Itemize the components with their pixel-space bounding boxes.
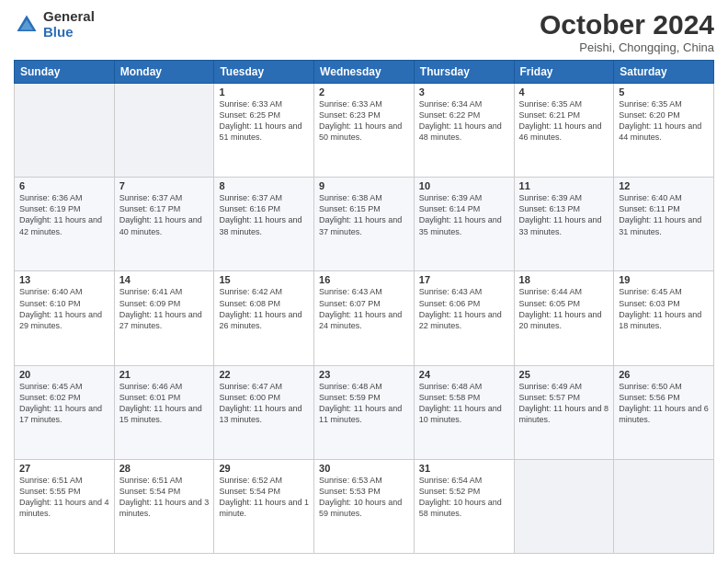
- day-info: Sunrise: 6:48 AMSunset: 5:59 PMDaylight:…: [319, 381, 409, 426]
- day-cell-empty: [514, 459, 614, 553]
- day-cell-25: 25Sunrise: 6:49 AMSunset: 5:57 PMDayligh…: [514, 365, 614, 459]
- day-cell-9: 9Sunrise: 6:38 AMSunset: 6:15 PMDaylight…: [314, 178, 415, 271]
- day-cell-6: 6Sunrise: 6:36 AMSunset: 6:19 PMDaylight…: [15, 178, 115, 271]
- day-info: Sunrise: 6:37 AMSunset: 6:16 PMDaylight:…: [219, 192, 309, 237]
- day-cell-24: 24Sunrise: 6:48 AMSunset: 5:58 PMDayligh…: [414, 365, 514, 459]
- calendar-header-row: SundayMondayTuesdayWednesdayThursdayFrid…: [15, 61, 714, 84]
- day-number: 27: [19, 463, 109, 474]
- day-cell-empty: [114, 84, 214, 178]
- day-cell-27: 27Sunrise: 6:51 AMSunset: 5:55 PMDayligh…: [15, 459, 115, 553]
- week-row-2: 13Sunrise: 6:40 AMSunset: 6:10 PMDayligh…: [15, 271, 714, 365]
- day-number: 6: [19, 180, 109, 191]
- day-cell-empty: [614, 459, 714, 553]
- calendar-table: SundayMondayTuesdayWednesdayThursdayFrid…: [14, 60, 714, 554]
- day-number: 28: [119, 463, 210, 474]
- day-number: 30: [319, 463, 409, 474]
- col-header-thursday: Thursday: [414, 61, 514, 84]
- week-row-3: 20Sunrise: 6:45 AMSunset: 6:02 PMDayligh…: [15, 365, 714, 459]
- day-cell-31: 31Sunrise: 6:54 AMSunset: 5:52 PMDayligh…: [414, 459, 514, 553]
- week-row-4: 27Sunrise: 6:51 AMSunset: 5:55 PMDayligh…: [15, 459, 714, 553]
- day-info: Sunrise: 6:37 AMSunset: 6:17 PMDaylight:…: [119, 192, 210, 237]
- day-info: Sunrise: 6:47 AMSunset: 6:00 PMDaylight:…: [219, 381, 309, 426]
- day-number: 19: [619, 274, 709, 285]
- day-info: Sunrise: 6:50 AMSunset: 5:56 PMDaylight:…: [619, 381, 709, 426]
- day-info: Sunrise: 6:35 AMSunset: 6:21 PMDaylight:…: [519, 98, 609, 144]
- day-number: 16: [319, 274, 409, 285]
- logo-icon: [14, 12, 40, 38]
- day-number: 17: [419, 274, 509, 285]
- day-cell-4: 4Sunrise: 6:35 AMSunset: 6:21 PMDaylight…: [514, 84, 614, 178]
- day-info: Sunrise: 6:45 AMSunset: 6:02 PMDaylight:…: [19, 381, 109, 426]
- day-cell-23: 23Sunrise: 6:48 AMSunset: 5:59 PMDayligh…: [314, 365, 415, 459]
- day-cell-21: 21Sunrise: 6:46 AMSunset: 6:01 PMDayligh…: [114, 365, 214, 459]
- day-info: Sunrise: 6:42 AMSunset: 6:08 PMDaylight:…: [219, 286, 309, 331]
- day-cell-15: 15Sunrise: 6:42 AMSunset: 6:08 PMDayligh…: [214, 271, 314, 365]
- day-info: Sunrise: 6:46 AMSunset: 6:01 PMDaylight:…: [119, 381, 210, 426]
- day-cell-7: 7Sunrise: 6:37 AMSunset: 6:17 PMDaylight…: [114, 178, 214, 271]
- day-info: Sunrise: 6:35 AMSunset: 6:20 PMDaylight:…: [619, 98, 709, 144]
- day-number: 23: [319, 369, 409, 380]
- day-number: 9: [319, 180, 409, 191]
- day-cell-17: 17Sunrise: 6:43 AMSunset: 6:06 PMDayligh…: [414, 271, 514, 365]
- day-number: 10: [419, 180, 509, 191]
- day-info: Sunrise: 6:38 AMSunset: 6:15 PMDaylight:…: [319, 192, 409, 237]
- col-header-monday: Monday: [114, 61, 214, 84]
- day-cell-13: 13Sunrise: 6:40 AMSunset: 6:10 PMDayligh…: [15, 271, 115, 365]
- day-number: 13: [19, 274, 109, 285]
- day-cell-16: 16Sunrise: 6:43 AMSunset: 6:07 PMDayligh…: [314, 271, 415, 365]
- day-info: Sunrise: 6:33 AMSunset: 6:23 PMDaylight:…: [319, 98, 409, 144]
- day-info: Sunrise: 6:43 AMSunset: 6:07 PMDaylight:…: [319, 286, 409, 331]
- day-cell-11: 11Sunrise: 6:39 AMSunset: 6:13 PMDayligh…: [514, 178, 614, 271]
- day-cell-26: 26Sunrise: 6:50 AMSunset: 5:56 PMDayligh…: [614, 365, 714, 459]
- day-info: Sunrise: 6:52 AMSunset: 5:54 PMDaylight:…: [219, 475, 309, 520]
- day-number: 20: [19, 369, 109, 380]
- day-cell-29: 29Sunrise: 6:52 AMSunset: 5:54 PMDayligh…: [214, 459, 314, 553]
- day-number: 11: [519, 180, 609, 191]
- logo-text: General Blue: [43, 9, 95, 40]
- day-number: 25: [519, 369, 609, 380]
- day-cell-10: 10Sunrise: 6:39 AMSunset: 6:14 PMDayligh…: [414, 178, 514, 271]
- header: General Blue October 2024 Peishi, Chongq…: [14, 9, 714, 54]
- logo-general: General: [43, 9, 95, 25]
- day-number: 21: [119, 369, 210, 380]
- day-cell-30: 30Sunrise: 6:53 AMSunset: 5:53 PMDayligh…: [314, 459, 415, 553]
- day-cell-12: 12Sunrise: 6:40 AMSunset: 6:11 PMDayligh…: [614, 178, 714, 271]
- location: Peishi, Chongqing, China: [540, 40, 714, 54]
- day-number: 14: [119, 274, 210, 285]
- day-info: Sunrise: 6:54 AMSunset: 5:52 PMDaylight:…: [419, 475, 509, 520]
- page: General Blue October 2024 Peishi, Chongq…: [0, 0, 728, 563]
- day-number: 29: [219, 463, 309, 474]
- day-number: 26: [619, 369, 709, 380]
- col-header-friday: Friday: [514, 61, 614, 84]
- day-number: 24: [419, 369, 509, 380]
- day-number: 12: [619, 180, 709, 191]
- col-header-saturday: Saturday: [614, 61, 714, 84]
- day-info: Sunrise: 6:49 AMSunset: 5:57 PMDaylight:…: [519, 381, 609, 426]
- day-number: 31: [419, 463, 509, 474]
- day-cell-1: 1Sunrise: 6:33 AMSunset: 6:25 PMDaylight…: [214, 84, 314, 178]
- day-number: 22: [219, 369, 309, 380]
- day-cell-5: 5Sunrise: 6:35 AMSunset: 6:20 PMDaylight…: [614, 84, 714, 178]
- day-info: Sunrise: 6:53 AMSunset: 5:53 PMDaylight:…: [319, 475, 409, 520]
- day-info: Sunrise: 6:51 AMSunset: 5:55 PMDaylight:…: [19, 475, 109, 520]
- day-cell-22: 22Sunrise: 6:47 AMSunset: 6:00 PMDayligh…: [214, 365, 314, 459]
- day-cell-2: 2Sunrise: 6:33 AMSunset: 6:23 PMDaylight…: [314, 84, 415, 178]
- day-cell-18: 18Sunrise: 6:44 AMSunset: 6:05 PMDayligh…: [514, 271, 614, 365]
- day-info: Sunrise: 6:36 AMSunset: 6:19 PMDaylight:…: [19, 192, 109, 237]
- day-info: Sunrise: 6:45 AMSunset: 6:03 PMDaylight:…: [619, 286, 709, 331]
- day-number: 2: [319, 86, 409, 98]
- month-title: October 2024: [540, 9, 714, 40]
- day-info: Sunrise: 6:41 AMSunset: 6:09 PMDaylight:…: [119, 286, 210, 331]
- day-info: Sunrise: 6:39 AMSunset: 6:13 PMDaylight:…: [519, 192, 609, 237]
- day-cell-28: 28Sunrise: 6:51 AMSunset: 5:54 PMDayligh…: [114, 459, 214, 553]
- logo: General Blue: [14, 9, 95, 40]
- day-number: 18: [519, 274, 609, 285]
- day-number: 15: [219, 274, 309, 285]
- day-cell-8: 8Sunrise: 6:37 AMSunset: 6:16 PMDaylight…: [214, 178, 314, 271]
- day-info: Sunrise: 6:34 AMSunset: 6:22 PMDaylight:…: [419, 98, 509, 144]
- col-header-tuesday: Tuesday: [214, 61, 314, 84]
- week-row-1: 6Sunrise: 6:36 AMSunset: 6:19 PMDaylight…: [15, 178, 714, 271]
- day-cell-19: 19Sunrise: 6:45 AMSunset: 6:03 PMDayligh…: [614, 271, 714, 365]
- day-number: 1: [219, 86, 309, 98]
- day-info: Sunrise: 6:40 AMSunset: 6:11 PMDaylight:…: [619, 192, 709, 237]
